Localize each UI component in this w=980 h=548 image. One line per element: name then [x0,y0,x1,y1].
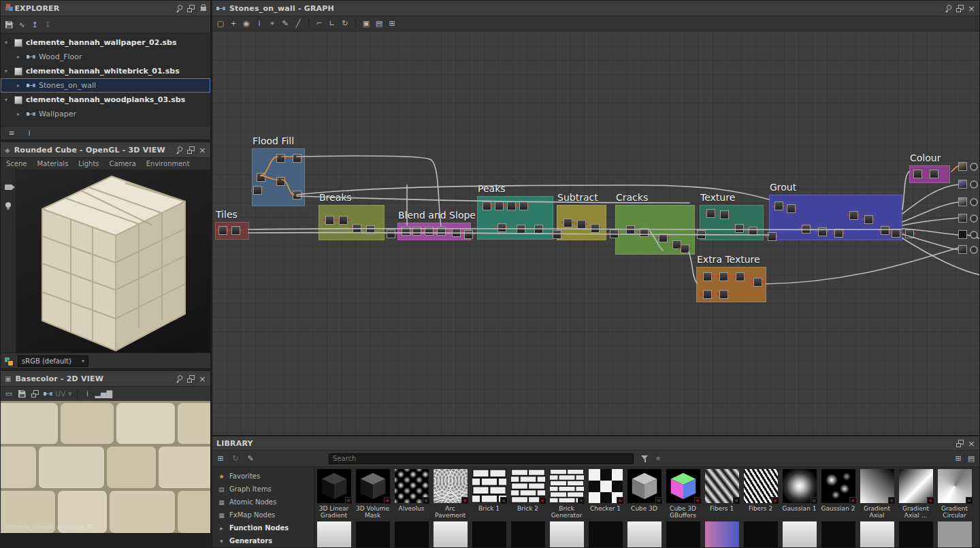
link-straight-icon[interactable]: ╱ [293,18,304,29]
graph-node[interactable] [913,170,922,178]
marquee-select-icon[interactable]: ▢ [215,18,226,29]
graph-node[interactable] [412,227,421,236]
light-icon[interactable] [3,201,14,212]
graph-node[interactable] [640,228,649,237]
tree-item-stones-on-wall[interactable]: ▸Stones_on_wall [1,78,210,93]
library-category-favorites[interactable]: ★Favorites [212,470,314,483]
library-category-fxmap-nodes[interactable]: ▦FxMap Nodes [212,509,314,521]
colorspace-layers-icon[interactable] [5,357,14,366]
new-item-icon[interactable]: ⊞ [215,453,226,464]
output-node-5[interactable] [958,230,978,239]
info-icon[interactable]: i [82,389,93,400]
grid-view-icon[interactable]: ⊞ [953,453,964,464]
graph-node[interactable] [353,224,361,233]
pin-icon[interactable] [174,373,184,385]
float-icon[interactable] [187,146,195,154]
graph-node[interactable] [276,154,285,163]
graph-node[interactable] [425,227,434,236]
graph-node[interactable] [697,230,706,239]
library-item-partial-2[interactable] [353,519,392,547]
graph-node[interactable] [497,223,506,232]
pin-icon[interactable] [174,144,184,156]
graph-node[interactable] [736,272,745,281]
float-icon[interactable] [956,5,964,12]
group-flood-fill[interactable]: Flood Fill [252,148,305,206]
filter-icon[interactable] [640,453,651,464]
save-icon[interactable] [3,19,14,30]
graph-node[interactable] [626,225,635,234]
graph-node[interactable] [534,225,543,233]
library-item-fibers-1[interactable]: «Fibers 1 [702,467,741,519]
tab-environment[interactable]: Environment [146,160,190,167]
graph-node[interactable] [564,219,572,227]
graph-node[interactable] [849,211,858,220]
library-item-partial-7[interactable] [547,519,586,547]
close-icon[interactable]: × [968,440,975,447]
graph-node[interactable] [464,230,473,239]
graph-node[interactable] [591,224,600,233]
library-item-brick-generator[interactable]: «Brick Generator [547,467,586,519]
view3d-viewport[interactable] [16,170,210,353]
close-icon[interactable]: × [199,146,206,154]
search-input[interactable] [329,453,634,464]
linked-node-icon[interactable] [42,389,53,400]
tree-item-wood-floor[interactable]: ▸Wood_Floor [1,50,210,64]
camera-icon[interactable] [3,182,14,193]
graph-node[interactable] [553,230,561,239]
graph-node[interactable] [768,232,777,241]
library-item-partial-14[interactable] [819,519,858,547]
library-item-gradient-circular[interactable]: «Gradient Circular [935,467,974,519]
library-item-gradient-axial[interactable]: «Gradient Axial [858,467,896,519]
graph-node[interactable] [577,220,586,229]
library-item-arc-pavement[interactable]: «Arc Pavement [431,467,470,519]
screenshot-icon[interactable]: ◉ [241,18,252,29]
graph-node[interactable] [706,209,715,218]
close-icon[interactable]: × [968,5,975,12]
output-node-4[interactable] [958,214,978,223]
library-item-cube-3d[interactable]: «Cube 3D [625,467,664,519]
graph-node[interactable] [681,244,689,253]
graph-node[interactable] [802,225,811,233]
library-item-checker-1[interactable]: «Checker 1 [586,467,625,519]
graph-node[interactable] [753,278,762,287]
maximize-icon[interactable] [956,440,964,447]
library-item-brick-2[interactable]: «Brick 2 [508,467,547,519]
group-subtract[interactable]: Subtract [557,205,606,240]
library-item-alveolus[interactable]: «Alveolus [392,467,431,519]
link-dot-icon[interactable]: ⌐ [314,18,325,29]
graph-node[interactable] [276,177,285,186]
tree-item-clemente-hannah-whitebrick-01-sbs[interactable]: ▾clemente_hannah_whitebrick_01.sbs [1,64,210,78]
save-image-icon[interactable] [16,389,27,400]
refresh-icon[interactable]: ↻ [230,453,241,464]
graph-node[interactable] [864,215,873,224]
move-icon[interactable]: + [228,18,239,29]
float-icon[interactable] [187,5,195,12]
library-item-fibers-2[interactable]: «Fibers 2 [741,467,780,519]
graph-node[interactable] [818,227,827,236]
graph-node[interactable] [905,229,914,238]
group-colour[interactable]: Colour [909,165,950,183]
graph-node[interactable] [293,191,301,199]
library-item-partial-10[interactable] [664,519,702,547]
graph-node[interactable] [735,224,744,233]
tab-scene[interactable]: Scene [6,160,27,167]
list-view-icon[interactable]: ▤ [374,18,385,29]
output-node-3[interactable] [958,197,978,206]
group-tiles[interactable]: Tiles [215,222,249,240]
library-item-partial-13[interactable] [780,519,819,547]
graph-node[interactable] [452,228,461,237]
library-item-partial-8[interactable] [586,519,625,547]
group-extra-texture[interactable]: Extra Texture [696,267,766,302]
graph-node[interactable] [610,229,619,238]
library-item-partial-16[interactable] [896,519,935,547]
graph-node[interactable] [774,202,783,210]
tab-materials[interactable]: Materials [37,160,69,167]
graph-node[interactable] [659,233,668,242]
graph-node[interactable] [231,226,240,235]
graph-node[interactable] [218,226,227,235]
graph-node[interactable] [257,173,265,182]
graph-node[interactable] [719,290,728,299]
lock-icon[interactable] [201,7,206,11]
library-item-partial-17[interactable] [935,519,974,547]
graph-node[interactable] [892,229,900,238]
